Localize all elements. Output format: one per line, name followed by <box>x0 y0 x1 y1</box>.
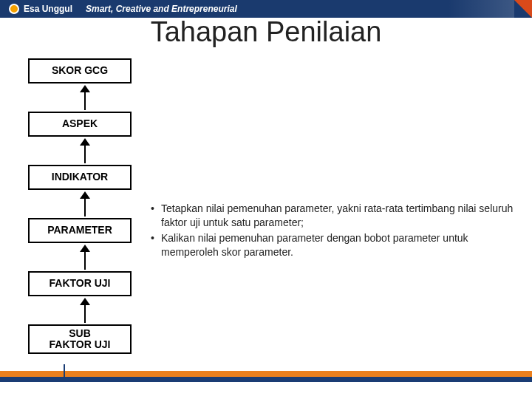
bullet-text: Tetapkan nilai pemenuhan parameter, yakn… <box>161 202 513 228</box>
box-label: SKOR GCG <box>52 65 108 76</box>
box-parameter: PARAMETER <box>28 218 132 243</box>
diagram-area: SKOR GCG ASPEK INDIKATOR PARAMETER FAKTO… <box>0 52 532 382</box>
box-faktor-uji: FAKTOR UJI <box>28 271 132 296</box>
box-indikator: INDIKATOR <box>28 165 132 190</box>
header-tagline: Smart, Creative and Entrepreneurial <box>86 4 237 14</box>
bullet-item: Tetapkan nilai pemenuhan parameter, yakn… <box>148 202 517 230</box>
slide-footer <box>0 364 532 382</box>
arrow-up-icon <box>80 245 90 252</box>
logo-icon <box>9 4 19 14</box>
arrow-up-icon <box>80 85 90 92</box>
header-gradient <box>448 0 514 18</box>
page-title: Tahapan Penilaian <box>0 16 532 48</box>
footer-bar-blue <box>0 377 532 382</box>
box-label: PARAMETER <box>47 225 112 236</box>
box-label: INDIKATOR <box>52 171 108 183</box>
arrow-up-icon <box>80 191 90 199</box>
box-skor-gcg: SKOR GCG <box>28 58 132 83</box>
slide-header: Esa Unggul Smart, Creative and Entrepren… <box>0 0 532 18</box>
box-label: ASPEK <box>62 118 98 129</box>
box-sub-faktor-uji: SUB FAKTOR UJI <box>28 324 132 354</box>
footer-notch <box>64 364 65 382</box>
box-aspek: ASPEK <box>28 112 132 137</box>
bullet-item: Kalikan nilai pemenuhan parameter dengan… <box>148 231 517 259</box>
bullet-list: Tetapkan nilai pemenuhan parameter, yakn… <box>148 202 517 261</box>
box-label: FAKTOR UJI <box>50 278 111 289</box>
box-label: SUB FAKTOR UJI <box>50 328 111 351</box>
logo-text: Esa Unggul <box>24 4 72 14</box>
bullet-text: Kalikan nilai pemenuhan parameter dengan… <box>161 232 468 258</box>
arrow-up-icon <box>80 298 90 305</box>
arrow-up-icon <box>80 138 90 146</box>
header-corner-icon <box>514 0 532 18</box>
